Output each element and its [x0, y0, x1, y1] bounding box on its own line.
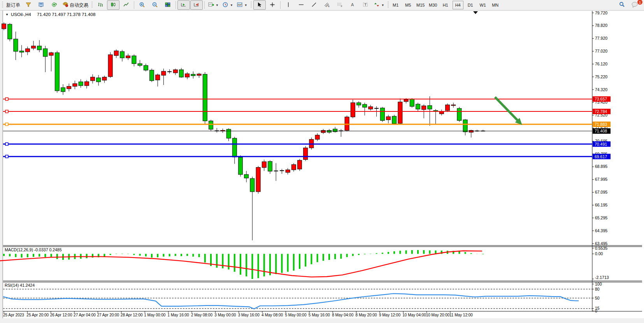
channel-button[interactable]: E [321, 0, 333, 10]
candle [304, 148, 308, 160]
candle [120, 51, 125, 58]
cursor-button[interactable] [253, 0, 266, 10]
price-tick-label: 77.920 [595, 36, 607, 41]
candle [132, 56, 136, 64]
candle [144, 65, 148, 70]
price-tick-label: 68.895 [595, 164, 607, 169]
candle [191, 74, 195, 76]
price-tick-label: 76.120 [595, 62, 607, 66]
svg-text:T: T [364, 3, 367, 7]
zoom-in-button[interactable] [136, 0, 148, 10]
candlestick-button[interactable] [107, 0, 119, 10]
bar-chart-button[interactable] [94, 0, 107, 10]
candle [451, 105, 456, 106]
vertical-line-button[interactable] [282, 0, 295, 10]
navigator-button[interactable] [48, 0, 60, 10]
zoom-in-icon [139, 2, 145, 9]
trendline-button[interactable] [308, 0, 320, 10]
time-label: 3 May 16:00 [238, 313, 260, 317]
timeframe-m30[interactable]: M30 [428, 1, 439, 9]
autotrade-button[interactable]: 自动交易 [61, 0, 90, 10]
crosshair-button[interactable] [266, 0, 279, 10]
line-anchor-handle[interactable] [5, 143, 8, 145]
chart-collapse-icon[interactable]: ▼ [5, 13, 9, 16]
candle [49, 53, 53, 55]
text-button[interactable]: A [346, 0, 359, 10]
timeframe-m5[interactable]: M5 [403, 1, 414, 9]
candle [156, 75, 160, 80]
navigator-icon [51, 2, 57, 9]
candle [239, 157, 243, 175]
candle [404, 100, 408, 102]
candle [422, 106, 426, 109]
label-button[interactable]: T [359, 0, 372, 10]
rsi-label: RSI(14) 41.2424 [5, 283, 35, 288]
timeframe-m15[interactable]: M15 [415, 1, 426, 9]
candle [25, 49, 30, 52]
line-anchor-handle[interactable] [5, 110, 8, 113]
new-order-icon [25, 2, 32, 9]
chart-shift-icon [193, 2, 200, 9]
fibonacci-button[interactable]: F [333, 0, 346, 10]
new-order-icon-button[interactable] [22, 0, 35, 10]
line-chart-button[interactable] [120, 0, 132, 10]
notifications-button[interactable]: 1 [628, 0, 641, 10]
candle [2, 24, 6, 29]
time-label: 11 May 12:00 [449, 313, 473, 317]
arrows-icon [374, 2, 380, 9]
line-anchor-handle[interactable] [5, 98, 8, 101]
line-anchor-handle[interactable] [5, 123, 8, 125]
time-label: 8 May 20:00 [356, 313, 377, 317]
svg-text:F: F [341, 5, 342, 7]
dropdown-caret-icon: ▼ [230, 4, 233, 7]
toolbar-grip[interactable] [387, 2, 389, 9]
timeframe-mn[interactable]: MN [490, 1, 501, 9]
bar-chart-icon [97, 2, 104, 9]
add-indicator-button[interactable]: ▼ [206, 0, 220, 10]
template-button[interactable]: ▼ [235, 0, 249, 10]
time-label: 9 May 12:00 [379, 313, 400, 317]
macd-axis-label: 0.00 [595, 251, 603, 256]
candle [91, 77, 95, 81]
auto-scroll-button[interactable] [177, 0, 190, 10]
period-clock-button[interactable]: ▼ [221, 0, 235, 10]
new-order-button[interactable]: 新订单 [5, 0, 22, 10]
macd-label: MACD(12,26,9) -0.0337 0.2485 [5, 247, 62, 252]
timeframe-h4[interactable]: H4 [453, 1, 463, 9]
time-label: 10 May 20:00 [426, 313, 450, 317]
macd-axis-label: -2.1713 [595, 275, 609, 280]
arrows-button[interactable]: ▼ [372, 0, 386, 10]
tile-windows-button[interactable] [161, 0, 174, 10]
horizontal-line-button[interactable] [295, 0, 307, 10]
chart-shift-button[interactable] [190, 0, 203, 10]
chart-area[interactable]: 79.72078.82077.92077.02076.12075.22074.3… [0, 11, 644, 323]
chart-background [3, 11, 644, 318]
rsi-axis-label: 100 [595, 282, 602, 286]
timeframe-d1[interactable]: D1 [465, 1, 476, 9]
search-button[interactable] [616, 0, 628, 10]
line-anchor-handle[interactable] [5, 155, 8, 158]
price-tick-label: 64.395 [595, 228, 607, 233]
toolbar-grip[interactable] [250, 2, 252, 9]
candle [173, 70, 177, 73]
candle [138, 64, 142, 65]
candle [291, 164, 296, 170]
candle [410, 99, 414, 106]
timeframe-h1[interactable]: H1 [440, 1, 451, 9]
candle [32, 46, 36, 48]
candle [345, 117, 349, 131]
toolbar-grip[interactable] [91, 2, 93, 9]
zoom-out-button[interactable] [149, 0, 161, 10]
rsi-axis-label: 80 [595, 287, 600, 291]
candle [226, 129, 231, 138]
timeframe-m1[interactable]: M1 [390, 1, 401, 9]
svg-text:A: A [351, 2, 354, 7]
toolbar-grip[interactable] [2, 2, 4, 9]
market-watch-button[interactable] [35, 0, 47, 10]
timeframe-w1[interactable]: W1 [477, 1, 488, 9]
candle [357, 103, 361, 105]
timeframe-group: M1M5M15M30H1H4D1W1MN [390, 1, 501, 9]
chart-canvas[interactable]: 79.72078.82077.92077.02076.12075.22074.3… [0, 11, 644, 323]
time-label: 10 May 04:00 [402, 313, 426, 317]
price-line-badge-label: 71.883 [595, 122, 607, 127]
